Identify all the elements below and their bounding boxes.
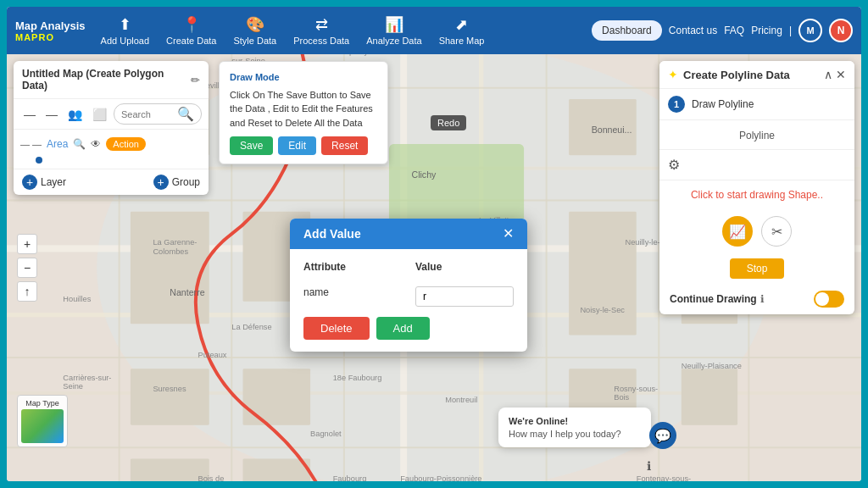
search-input[interactable] [121, 109, 177, 119]
step-label: Draw Polyline [692, 98, 754, 110]
value-input[interactable] [415, 286, 514, 307]
svg-text:Bonneuil-en-: Bonneuil-en- [513, 54, 558, 56]
reset-north-button[interactable]: ↑ [17, 281, 37, 302]
chat-icon-button[interactable]: 💬 [649, 422, 676, 449]
drawing-tools-row: 📈 ✂ [659, 209, 854, 253]
svg-text:Nanterre: Nanterre [170, 287, 204, 297]
layer-list: — — Area 🔍 👁 Action [14, 130, 209, 169]
analyze-icon: 📊 [385, 15, 403, 34]
right-panel-title-row: ✦ Create Polyline Data [668, 68, 790, 81]
stop-btn-row: Stop [659, 253, 854, 284]
search-icon: 🔍 [177, 106, 194, 122]
nav-add-upload[interactable]: ⬆ Add Upload [94, 12, 157, 49]
edit-button[interactable]: Edit [278, 136, 316, 155]
top-nav: Map Analysis MAPRO ⬆ Add Upload 📍 Create… [7, 7, 861, 54]
search-box: 🔍 [114, 103, 202, 125]
add-layer-button[interactable]: + Layer [22, 175, 66, 190]
info-bottom-icon[interactable]: ℹ [647, 459, 651, 473]
edit-title-icon[interactable]: ✏ [191, 74, 200, 86]
svg-text:Suresnes: Suresnes [153, 385, 186, 393]
svg-text:Bagnolet: Bagnolet [310, 430, 342, 438]
chat-widget: We're Online! How may I help you today? [498, 408, 651, 447]
close-right-panel-button[interactable]: ✕ [836, 68, 846, 81]
modal-header: Add Value ✕ [290, 219, 527, 249]
attribute-header: Attribute [303, 261, 402, 273]
polyline-label: Polyline [739, 130, 775, 141]
toggle-knob [815, 292, 829, 306]
zoom-out-button[interactable]: − [17, 258, 37, 278]
style-icon: 🎨 [246, 15, 264, 34]
svg-rect-32 [243, 458, 311, 481]
pricing-link[interactable]: Pricing [751, 25, 782, 36]
layers-icon[interactable]: ⬜ [89, 106, 110, 123]
contact-link[interactable]: Contact us [669, 25, 717, 36]
outer-frame: Map Analysis MAPRO ⬆ Add Upload 📍 Create… [0, 0, 868, 488]
continue-toggle[interactable] [814, 291, 844, 308]
create-icon: 📍 [182, 15, 201, 34]
svg-text:Houilles: Houilles [63, 295, 91, 303]
nav-create-data-label: Create Data [166, 36, 216, 46]
brand-area: Map Analysis MAPRO [15, 19, 86, 42]
value-header: Value [415, 261, 514, 273]
svg-text:Bois de: Bois de [198, 474, 224, 481]
layer-item-area: — — Area 🔍 👁 Action [20, 135, 202, 153]
value-field [415, 286, 514, 307]
redo-label: Redo [437, 118, 459, 128]
group-icon[interactable]: 👥 [64, 106, 86, 123]
nav-share-map[interactable]: ⬈ Share Map [432, 12, 492, 49]
step-row: 1 Draw Polyline [659, 89, 854, 120]
delete-button[interactable]: Delete [303, 317, 370, 340]
eraser-tool-button[interactable]: ✂ [761, 216, 792, 247]
line-tool-button[interactable]: 📈 [722, 216, 753, 247]
add-value-button[interactable]: Add [376, 317, 430, 340]
map-thumbnail [21, 409, 64, 443]
spark-icon: ✦ [668, 68, 678, 81]
draw-mode-popup: Draw Mode Click On The Save Button to Sa… [219, 61, 388, 164]
minus-icon[interactable]: — [20, 106, 39, 123]
layer-search-icon[interactable]: 🔍 [73, 138, 86, 150]
minimize-button[interactable]: ∧ [824, 68, 832, 81]
nav-create-data[interactable]: 📍 Create Data [159, 12, 223, 49]
continue-info-icon[interactable]: ℹ [760, 293, 765, 305]
plus-layer-icon: + [22, 175, 37, 190]
svg-text:Seine: Seine [63, 382, 83, 391]
reset-button[interactable]: Reset [321, 136, 368, 155]
nav-process-data[interactable]: ⇄ Process Data [287, 12, 356, 49]
save-button[interactable]: Save [230, 136, 273, 155]
dashboard-button[interactable]: Dashboard [592, 20, 662, 41]
right-panel-title: Create Polyline Data [683, 69, 790, 81]
svg-text:Fontenay-sous-: Fontenay-sous- [637, 474, 691, 481]
line-icon[interactable]: — [42, 106, 61, 123]
add-group-button[interactable]: + Group [153, 175, 200, 190]
modal-column-headers: Attribute Value [303, 261, 514, 278]
right-panel-header: ✦ Create Polyline Data ∧ ✕ [659, 61, 854, 89]
svg-rect-28 [243, 369, 311, 424]
modal-title: Add Value [303, 227, 361, 241]
map-controls: + − ↑ [17, 234, 37, 302]
svg-text:Carrières-sur-: Carrières-sur- [63, 374, 111, 382]
map-type-box[interactable]: Map Type [17, 395, 68, 447]
nav-right: Dashboard Contact us FAQ Pricing | M N [592, 19, 853, 42]
stop-button[interactable]: Stop [730, 258, 785, 279]
svg-text:Clichy: Clichy [411, 169, 437, 180]
action-button[interactable]: Action [106, 137, 146, 151]
faq-link[interactable]: FAQ [724, 25, 744, 36]
attribute-name-label: name [303, 286, 402, 298]
svg-rect-30 [682, 369, 737, 424]
gear-icon[interactable]: ⚙ [668, 157, 680, 173]
svg-text:Noisy-le-Sec: Noisy-le-Sec [580, 306, 625, 314]
svg-text:La Défense: La Défense [231, 323, 271, 331]
zoom-in-button[interactable]: + [17, 234, 37, 254]
step-badge: 1 [668, 96, 685, 113]
brand-sub: MAPRO [15, 32, 54, 42]
map-type-label: Map Type [21, 399, 64, 408]
modal-close-button[interactable]: ✕ [503, 227, 514, 241]
redo-tooltip: Redo [431, 115, 466, 130]
layer-eye-icon[interactable]: 👁 [91, 138, 101, 150]
svg-text:Rosny-sous-: Rosny-sous- [614, 385, 658, 393]
settings-row: ⚙ [659, 150, 854, 180]
nav-analyze-data[interactable]: 📊 Analyze Data [359, 12, 428, 49]
chat-message: How may I help you today? [509, 429, 641, 439]
nav-style-data[interactable]: 🎨 Style Data [226, 12, 283, 49]
left-panel-title: Untitled Map (Create Polygon Data) [22, 68, 191, 92]
